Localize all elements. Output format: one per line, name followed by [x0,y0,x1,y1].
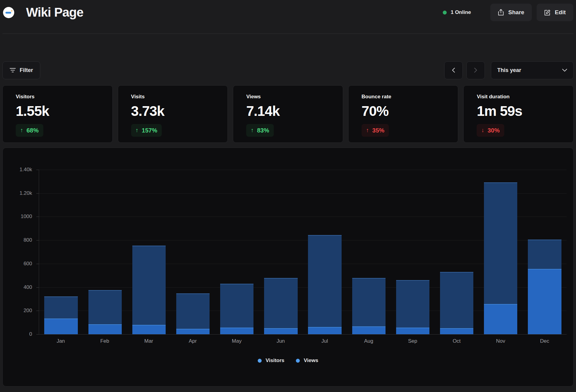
x-axis-label: Dec [523,338,567,344]
y-axis-label: 1000 [5,214,32,220]
views-bar [440,272,473,334]
stat-value: 1.55k [16,103,107,119]
y-axis-label: 1.20k [5,190,32,196]
header-actions: 1 Online Share Edit [443,4,573,21]
bars-row [39,170,567,334]
chart-card: 1.40k1.20k10008006004002000 JanFebMarApr… [2,148,574,387]
stat-card-visitors: Visitors 1.55k ↑68% [2,85,113,143]
next-period-button[interactable] [466,61,485,79]
legend-dot-icon [296,359,300,363]
period-dropdown[interactable]: This year [491,61,574,79]
x-axis-label: Jul [303,338,347,344]
y-axis-tick [36,264,39,264]
share-label: Share [508,9,524,16]
x-axis-label: Jun [259,338,303,344]
y-axis-tick [36,193,39,194]
delta-value: 68% [27,127,39,134]
bar-group-jul [303,170,347,334]
y-axis-label: 400 [5,284,32,290]
bar-group-mar [127,170,171,334]
share-button[interactable]: Share [490,4,532,21]
stat-delta-badge: ↑83% [246,124,274,137]
online-label: 1 Online [451,9,471,15]
x-axis-label: Mar [127,338,171,344]
views-bar [352,278,386,334]
period-dropdown-value: This year [497,67,521,74]
y-axis-label: 200 [5,308,32,314]
prev-period-button[interactable] [444,61,463,79]
edit-icon [544,9,551,16]
filter-button[interactable]: Filter [2,61,40,79]
delta-arrow-icon: ↑ [251,127,254,134]
stat-delta-badge: ↑35% [362,124,389,137]
bar-group-aug [347,170,391,334]
filter-label: Filter [20,67,33,74]
x-axis-label: Oct [435,338,478,344]
legend-label: Visitors [266,358,284,364]
filter-icon [10,68,16,73]
x-axis-label: Feb [83,338,127,344]
stat-value: 70% [362,103,453,119]
plot-area: 1.40k1.20k10008006004002000 [39,170,567,334]
visitors-bar [396,328,429,334]
legend-dot-icon [258,359,262,363]
visitors-bar [132,325,166,334]
x-axis-label: Nov [479,338,523,344]
delta-arrow-icon: ↑ [20,127,23,134]
visitors-bar [440,328,473,334]
delta-arrow-icon: ↓ [481,127,484,134]
online-dot-icon [443,11,447,15]
page-title: Wiki Page [26,5,83,20]
bar-group-sep [391,170,435,334]
y-axis-label: 800 [5,237,32,243]
delta-value: 83% [257,127,269,134]
chart-legend: VisitorsViews [3,358,573,364]
stat-label: Visit duration [477,94,568,100]
edit-button[interactable]: Edit [537,4,573,21]
legend-item-visitors[interactable]: Visitors [258,358,284,364]
stats-row: Visitors 1.55k ↑68% Visits 3.73k ↑157% V… [2,85,574,143]
x-axis-label: May [215,338,259,344]
stat-card-views: Views 7.14k ↑83% [233,85,343,143]
legend-item-views[interactable]: Views [296,358,318,364]
stat-value: 7.14k [246,103,337,119]
x-axis-labels: JanFebMarAprMayJunJulAugSepOctNovDec [39,338,567,344]
edit-label: Edit [555,9,566,16]
x-axis-label: Aug [347,338,391,344]
logo-accent-dot [11,10,12,11]
bar-group-jun [259,170,303,334]
y-axis-tick [36,217,39,217]
visitors-bar [264,328,297,334]
stat-label: Views [246,94,337,100]
views-bar [132,246,166,334]
visitors-bar [88,324,122,334]
share-icon [498,9,504,16]
logo-icon [3,7,14,18]
visitors-bar [220,328,253,334]
stat-label: Visits [131,94,222,100]
x-axis-label: Sep [391,338,435,344]
stat-label: Bounce rate [362,94,453,100]
stat-delta-badge: ↓30% [477,124,504,137]
legend-label: Views [304,358,318,364]
chevron-left-icon [452,67,455,73]
views-bar [396,280,429,334]
header-divider [2,34,574,34]
stat-card-visits: Visits 3.73k ↑157% [118,85,228,143]
online-status: 1 Online [443,9,471,15]
y-axis-tick [36,311,39,311]
stat-card-visit-duration: Visit duration 1m 59s ↓30% [463,85,574,143]
y-axis-label: 600 [5,261,32,267]
bar-group-jan [39,170,83,334]
visitors-bar [528,269,561,334]
views-bar [220,284,253,334]
bar-group-nov [479,170,523,334]
stat-label: Visitors [16,94,107,100]
y-axis-tick [36,287,39,288]
logo-wordmark [5,12,11,14]
visitors-bar [352,326,386,334]
stat-delta-badge: ↑68% [16,124,43,137]
visitors-bar [308,327,341,334]
y-axis-tick [36,334,39,335]
stat-value: 1m 59s [477,103,568,119]
